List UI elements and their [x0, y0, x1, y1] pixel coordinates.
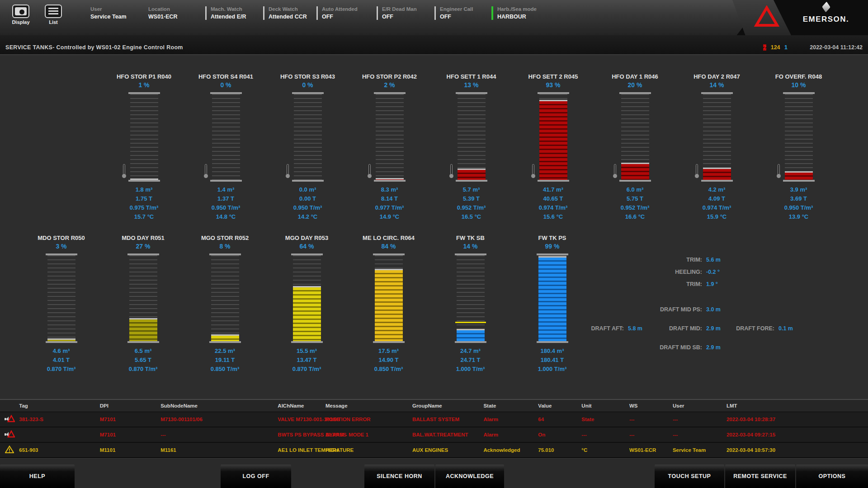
touch-setup-button[interactable]: TOUCH SETUP	[655, 465, 724, 488]
tank-weight: 180.41 T	[538, 356, 567, 365]
tank-weight: 5.75 T	[621, 194, 650, 203]
system-clock: 2022-03-04 11:12:42	[810, 44, 863, 51]
acknowledge-button[interactable]: ACKNOWLEDGE	[435, 465, 504, 488]
tank-level-bar	[130, 94, 158, 180]
tank-column[interactable]: MDO DAY R051 27 % 6.5 m³ 5.65 T 0.870 T/…	[102, 235, 184, 374]
tank-volume: 3.9 m³	[784, 185, 813, 194]
tank-column[interactable]: HFO DAY 2 R047 14 % 4.2 m³ 4.09 T 0.974 …	[676, 73, 758, 221]
tank-fill	[129, 318, 157, 341]
silence-horn-button[interactable]: SILENCE HORN	[364, 465, 434, 488]
tank-fill	[785, 171, 813, 180]
draft-mid-ps-readout: DRAFT MID PS: 3.0 m	[623, 306, 721, 313]
tank-column[interactable]: FW TK SB 14 % 24.7 m³ 24.71 T 1.000 T/m³	[429, 235, 511, 374]
col-state[interactable]: State	[483, 403, 538, 408]
tank-column[interactable]: HFO STOR P1 R040 1 % 1.8 m³ 1.75 T 0.975…	[103, 73, 185, 221]
col-unit[interactable]: Unit	[581, 403, 629, 408]
tank-column[interactable]: MGO DAY R053 64 % 15.5 m³ 13.47 T 0.870 …	[266, 235, 348, 374]
display-button[interactable]: Display	[11, 5, 31, 25]
alarm-count-red: 2	[763, 44, 766, 51]
col-subnodename[interactable]: SubNodeName	[160, 403, 278, 408]
tank-fill	[457, 329, 485, 341]
alarm-dpi: M1101	[100, 447, 160, 453]
tank-column[interactable]: HFO SETT 1 R044 13 % 5.7 m³ 5.39 T 0.952…	[430, 73, 512, 221]
alarm-aichname: VALVE M7130-001-101/06	[278, 417, 326, 422]
tank-weight: 8.14 T	[375, 194, 404, 203]
tank-level-bar	[211, 255, 239, 341]
tank-weight: 4.09 T	[703, 194, 731, 203]
tank-fill	[47, 338, 75, 341]
tank-name: FW TK PS	[538, 235, 566, 243]
tank-column[interactable]: HFO SETT 2 R045 93 % 41.7 m³ 40.65 T 0.9…	[512, 73, 594, 221]
tank-row-2: MDO STOR R050 3 % 4.6 m³ 4.01 T 0.870 T/…	[20, 235, 593, 374]
tank-column[interactable]: HFO STOR S4 R041 0 % 1.4 m³ 1.37 T 0.950…	[185, 73, 267, 221]
col-groupname[interactable]: GroupName	[412, 403, 483, 408]
tank-column[interactable]: HFO STOR S3 R043 0 % 0.0 m³ 0.00 T 0.950…	[267, 73, 349, 221]
tank-density: 0.950 T/m³	[784, 203, 813, 212]
tank-name: HFO STOR S3 R043	[280, 73, 335, 81]
footer-button-bar: HELP LOG OFF SILENCE HORN ACKNOWLEDGE TO…	[0, 458, 868, 488]
emerson-logo: EMERSON.	[797, 4, 855, 24]
tank-values: 5.7 m³ 5.39 T 0.952 T/m³ 16.5 °C	[457, 185, 486, 221]
tank-volume: 0.0 m³	[293, 185, 322, 194]
list-icon	[45, 5, 62, 18]
help-button[interactable]: HELP	[0, 465, 75, 488]
tank-weight: 19.11 T	[211, 356, 240, 365]
tank-weight: 4.01 T	[47, 356, 76, 365]
thermometer-icon	[531, 164, 535, 178]
list-button[interactable]: List	[43, 5, 63, 25]
tank-fill-percent: 93 %	[546, 81, 561, 91]
col-user[interactable]: User	[673, 403, 726, 408]
alarm-counters[interactable]: 2 124 1	[763, 44, 788, 51]
heeling-readout: HEELING: -0.2 °	[644, 269, 720, 275]
col-value[interactable]: Value	[538, 403, 581, 408]
emerson-diamond-icon	[822, 2, 830, 13]
alarm-ws: WS01-ECR	[629, 447, 673, 453]
col-aichname[interactable]: AIChName	[278, 403, 326, 408]
col-message[interactable]: Message	[326, 403, 412, 408]
tank-column[interactable]: FW TK PS 99 % 180.4 m³ 180.41 T 1.000 T/…	[511, 235, 593, 374]
alarm-message: POSITION ERROR	[326, 417, 412, 422]
tank-density: 0.952 T/m³	[621, 203, 650, 212]
field-location: Location WS01-ECR	[148, 6, 205, 20]
tank-volume: 22.5 m³	[211, 347, 240, 356]
tank-values: 6.5 m³ 5.65 T 0.870 T/m³	[129, 347, 158, 374]
tank-column[interactable]: FO OVERF. R048 10 % 3.9 m³ 3.69 T 0.950 …	[758, 73, 840, 221]
tank-density: 0.850 T/m³	[211, 365, 240, 374]
tank-density: 0.977 T/m³	[375, 203, 404, 212]
alarm-tag: 381-323-S	[19, 417, 100, 422]
options-button[interactable]: OPTIONS	[796, 465, 868, 488]
tank-volume: 1.8 m³	[130, 185, 159, 194]
tank-column[interactable]: HFO STOR P2 R042 2 % 8.3 m³ 8.14 T 0.977…	[349, 73, 430, 221]
tank-temperature: 15.9 °C	[703, 212, 731, 221]
col-lmt[interactable]: LMT	[726, 403, 868, 408]
tank-column[interactable]: ME LO CIRC. R064 84 % 17.5 m³ 14.90 T 0.…	[348, 235, 429, 374]
tank-values: 4.2 m³ 4.09 T 0.974 T/m³ 15.9 °C	[703, 185, 731, 221]
tank-values: 22.5 m³ 19.11 T 0.850 T/m³	[211, 347, 240, 374]
alarm-triangle-icon[interactable]	[754, 5, 779, 30]
tank-fill-percent: 0 %	[302, 81, 313, 91]
tank-level-bar	[129, 255, 157, 341]
col-ws[interactable]: WS	[629, 403, 673, 408]
log-off-button[interactable]: LOG OFF	[221, 465, 291, 488]
alarm-lmt: 2022-03-04 10:57:30	[726, 447, 868, 453]
tank-level-bar	[703, 94, 731, 180]
tank-values: 180.4 m³ 180.41 T 1.000 T/m³	[538, 347, 567, 374]
field-mach-watch: Mach. Watch Attended E/R	[205, 6, 263, 20]
tank-volume: 180.4 m³	[538, 347, 567, 356]
trim-aft-readout: TRIM: 5.6 m	[644, 257, 721, 263]
tank-weight: 0.00 T	[293, 194, 322, 203]
alarm-list-header: Tag DPI SubNodeName AIChName Message Gro…	[0, 400, 868, 412]
alarm-row[interactable]: M7101 --- BWTS PS BYPASS ALARM - MODE 1 …	[0, 427, 868, 443]
col-dpi[interactable]: DPI	[100, 403, 160, 408]
tank-temperature: 14.9 °C	[375, 212, 404, 221]
alarm-row[interactable]: 651-903 M1101 M1161 AE1 LO INLET TEMPERA…	[0, 443, 868, 458]
alarm-row[interactable]: 381-323-S M7101 M7130-001101/06 VALVE M7…	[0, 412, 868, 427]
tank-column[interactable]: HFO DAY 1 R046 20 % 6.0 m³ 5.75 T 0.952 …	[594, 73, 676, 221]
tank-column[interactable]: MGO STOR R052 8 % 22.5 m³ 19.11 T 0.850 …	[184, 235, 266, 374]
tank-name: HFO DAY 2 R047	[693, 73, 740, 81]
remote-service-button[interactable]: REMOTE SERVICE	[725, 465, 795, 488]
tank-column[interactable]: MDO STOR R050 3 % 4.6 m³ 4.01 T 0.870 T/…	[20, 235, 102, 374]
col-tag[interactable]: Tag	[19, 403, 100, 408]
tank-weight: 40.65 T	[539, 194, 568, 203]
tank-weight: 5.65 T	[129, 356, 158, 365]
